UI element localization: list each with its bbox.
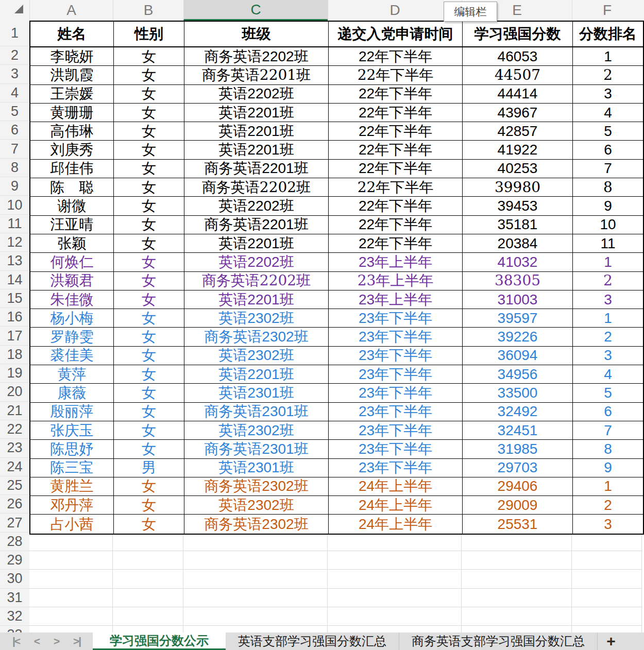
cell-name[interactable]: 王崇媛 — [30, 85, 114, 104]
empty-cell[interactable] — [328, 589, 462, 607]
cell-name[interactable]: 黄萍 — [30, 365, 114, 384]
cell-name[interactable]: 谢微 — [30, 197, 114, 215]
cell-class[interactable]: 商务英语2202班 — [184, 178, 329, 197]
cell-score[interactable]: 41922 — [463, 141, 573, 159]
empty-cell[interactable] — [29, 607, 113, 626]
add-sheet-button[interactable]: + — [598, 632, 624, 650]
cell-rank[interactable]: 5 — [573, 122, 643, 141]
cell-score[interactable]: 39453 — [463, 197, 573, 215]
cell-apply-time[interactable]: 23年下半年 — [329, 347, 463, 365]
header-cell-apply-time[interactable]: 递交入党申请时间 — [329, 22, 463, 47]
cell-class[interactable]: 英语2201班 — [184, 104, 329, 122]
row-header-10[interactable]: 10 — [0, 196, 29, 214]
cell-score[interactable]: 46053 — [463, 47, 573, 66]
cell-score[interactable]: 32451 — [463, 421, 573, 440]
empty-cell[interactable] — [462, 570, 572, 588]
header-cell-name[interactable]: 姓名 — [30, 22, 114, 47]
cell-gender[interactable]: 女 — [114, 253, 184, 271]
empty-cell[interactable] — [113, 533, 183, 551]
cell-apply-time[interactable]: 23年下半年 — [329, 403, 463, 421]
cell-class[interactable]: 商务英语2201班 — [184, 216, 329, 234]
cell-score[interactable]: 29703 — [463, 459, 573, 477]
row-header-30[interactable]: 30 — [0, 570, 29, 588]
row-header-31[interactable]: 31 — [0, 589, 29, 607]
cell-name[interactable]: 杨小梅 — [30, 309, 114, 328]
cell-apply-time[interactable]: 23年下半年 — [329, 440, 463, 458]
cell-class[interactable]: 英语2202班 — [184, 253, 329, 271]
row-header-15[interactable]: 15 — [0, 289, 29, 308]
cell-gender[interactable]: 女 — [114, 384, 184, 402]
cell-class[interactable]: 英语2201班 — [184, 141, 329, 159]
header-cell-score[interactable]: 学习强国分数 — [463, 22, 573, 47]
cell-score[interactable]: 41032 — [463, 253, 573, 271]
cell-gender[interactable]: 女 — [114, 515, 184, 533]
cell-score[interactable]: 25531 — [463, 515, 573, 533]
column-header-B[interactable]: B — [113, 0, 183, 21]
cell-apply-time[interactable]: 23年下半年 — [329, 365, 463, 384]
empty-cell[interactable] — [462, 589, 572, 607]
cell-apply-time[interactable]: 22年下半年 — [329, 47, 463, 66]
row-header-18[interactable]: 18 — [0, 346, 29, 364]
cell-rank[interactable]: 7 — [573, 421, 643, 440]
cell-score[interactable]: 38305 — [463, 272, 573, 290]
cell-class[interactable]: 英语2202班 — [184, 85, 329, 104]
cell-gender[interactable]: 女 — [114, 197, 184, 215]
cell-score[interactable]: 44414 — [463, 85, 573, 104]
prev-sheet-button[interactable]: < — [34, 632, 39, 650]
cell-gender[interactable]: 女 — [114, 309, 184, 328]
cell-class[interactable]: 英语2201班 — [184, 290, 329, 309]
cell-class[interactable]: 英语2202班 — [184, 197, 329, 215]
cell-gender[interactable]: 女 — [114, 104, 184, 122]
header-cell-rank[interactable]: 分数排名 — [573, 22, 643, 47]
cell-name[interactable]: 洪凯霞 — [30, 66, 114, 84]
cell-rank[interactable]: 2 — [573, 66, 643, 84]
column-header-C[interactable]: C — [183, 0, 328, 21]
cell-apply-time[interactable]: 23年上半年 — [329, 290, 463, 309]
cell-rank[interactable]: 9 — [573, 197, 643, 215]
cell-score[interactable]: 29406 — [463, 477, 573, 496]
cell-gender[interactable]: 女 — [114, 440, 184, 458]
cell-apply-time[interactable]: 24年上半年 — [329, 477, 463, 496]
empty-cell[interactable] — [572, 589, 642, 607]
row-header-13[interactable]: 13 — [0, 252, 29, 270]
sheet-tab-1[interactable]: 学习强国分数公示 — [93, 632, 226, 650]
cell-class[interactable]: 英语2201班 — [184, 365, 329, 384]
cell-gender[interactable]: 女 — [114, 272, 184, 290]
cell-score[interactable]: 33500 — [463, 384, 573, 402]
last-sheet-button[interactable]: >| — [73, 632, 80, 650]
cell-rank[interactable]: 8 — [573, 178, 643, 197]
cell-rank[interactable]: 3 — [573, 515, 643, 533]
column-header-F[interactable]: F — [572, 0, 642, 21]
cell-class[interactable]: 商务英语2302班 — [184, 477, 329, 496]
cell-rank[interactable]: 2 — [573, 272, 643, 290]
row-header-8[interactable]: 8 — [0, 159, 29, 177]
cell-name[interactable]: 康薇 — [30, 384, 114, 402]
empty-cell[interactable] — [328, 533, 462, 551]
empty-cell[interactable] — [183, 533, 328, 551]
row-header-1[interactable]: 1 — [0, 21, 29, 46]
cell-rank[interactable]: 4 — [573, 365, 643, 384]
cell-apply-time[interactable]: 22年下半年 — [329, 178, 463, 197]
row-header-28[interactable]: 28 — [0, 533, 29, 551]
empty-cell[interactable] — [29, 533, 113, 551]
empty-cell[interactable] — [572, 551, 642, 570]
row-header-6[interactable]: 6 — [0, 121, 29, 140]
cell-gender[interactable]: 女 — [114, 47, 184, 66]
cell-rank[interactable]: 3 — [573, 290, 643, 309]
row-header-25[interactable]: 25 — [0, 476, 29, 495]
cell-name[interactable]: 邓丹萍 — [30, 496, 114, 515]
cell-gender[interactable]: 女 — [114, 141, 184, 159]
cell-class[interactable]: 商务英语2301班 — [184, 403, 329, 421]
cell-apply-time[interactable]: 23年下半年 — [329, 309, 463, 328]
empty-cell[interactable] — [328, 570, 462, 588]
cell-class[interactable]: 商务英语2301班 — [184, 440, 329, 458]
cell-rank[interactable]: 7 — [573, 160, 643, 178]
row-header-22[interactable]: 22 — [0, 420, 29, 439]
cell-apply-time[interactable]: 22年下半年 — [329, 66, 463, 84]
empty-cell[interactable] — [462, 551, 572, 570]
cell-name[interactable]: 占小茜 — [30, 515, 114, 533]
cell-gender[interactable]: 女 — [114, 347, 184, 365]
cell-score[interactable]: 35181 — [463, 216, 573, 234]
empty-cell[interactable] — [29, 589, 113, 607]
cell-class[interactable]: 英语2302班 — [184, 496, 329, 515]
